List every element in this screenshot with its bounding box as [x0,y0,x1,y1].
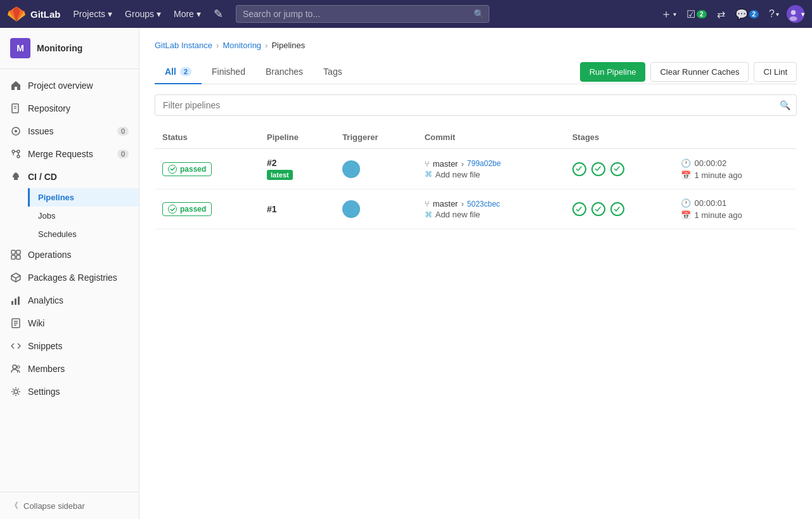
pipeline-cell-1: #2 latest [259,149,335,189]
nav-todos-button[interactable]: ☑ 2 [684,6,709,23]
clock-icon-1: 🕐 [681,158,691,168]
sidebar-item-schedules[interactable]: Schedules [28,225,139,243]
run-pipeline-button[interactable]: Run Pipeline [580,62,646,82]
triggerer-cell-2 [335,189,417,229]
ci-lint-button[interactable]: CI Lint [754,62,797,82]
stage-2-icon-2[interactable] [591,202,605,216]
svg-point-30 [356,168,358,170]
svg-point-28 [350,162,352,165]
collapse-sidebar-button[interactable]: 《 Collapse sidebar [0,492,139,519]
status-label-2: passed [180,205,206,214]
issues-count-badge: 0 [117,127,129,136]
nav-groups[interactable]: Groups ▾ [120,6,166,22]
clear-caches-button[interactable]: Clear Runner Caches [650,62,749,82]
nav-user-avatar[interactable]: ▾ [787,5,804,23]
sidebar-item-wiki[interactable]: Wiki [0,312,139,335]
svg-point-10 [17,150,20,153]
svg-point-29 [354,164,357,167]
nav-search-wrapper: 🔍 [236,5,489,23]
sidebar-item-merge-requests[interactable]: Merge Requests 0 [0,143,139,165]
sidebar-item-settings[interactable]: Settings [0,380,139,403]
nav-issues-button[interactable]: 💬 2 [733,6,762,23]
gitlab-logo[interactable]: GitLab [8,5,61,23]
col-triggerer: Triggerer [335,126,417,149]
nav-projects[interactable]: Projects ▾ [68,6,118,22]
stage-2-icon-1[interactable] [572,202,586,216]
table-body: passed #2 latest .spinner{animation:spin… [155,149,797,229]
nav-merge-requests-button[interactable]: ⇄ [714,6,728,23]
svg-point-43 [344,208,347,210]
pipeline-id-1[interactable]: #2 [267,158,327,168]
commit-hash-1[interactable]: 799a02be [467,159,501,168]
stage-1-icon-2[interactable] [591,162,605,176]
svg-point-44 [345,204,348,207]
sidebar-item-operations[interactable]: Operations [0,243,139,266]
tab-finished[interactable]: Finished [202,60,255,84]
svg-point-26 [14,390,18,394]
status-check-icon-2 [168,205,177,214]
filter-search-icon: 🔍 [780,100,790,110]
nav-help-button[interactable]: ? ▾ [766,6,782,22]
col-commit: Commit [417,126,565,149]
nav-search-icon: 🔍 [474,9,484,19]
sidebar-item-jobs[interactable]: Jobs [28,207,139,225]
pipeline-actions: Run Pipeline Clear Runner Caches CI Lint [580,62,797,82]
filter-pipelines-input[interactable] [155,94,797,116]
gitlab-logo-icon [8,5,25,23]
tab-all-count: 2 [180,67,191,76]
commit-msg-2: ⌘ Add new file [425,210,557,219]
status-cell-2: passed [155,189,259,229]
duration-2: 🕐 00:00:01 📅 1 minute ago [681,198,789,220]
tab-tags[interactable]: Tags [313,60,352,84]
sidebar-item-snippets[interactable]: Snippets [0,335,139,357]
sidebar-item-packages[interactable]: Packages & Registries [0,266,139,289]
table-row: passed #2 latest .spinner{animation:spin… [155,149,797,189]
sidebar-item-members[interactable]: Members [0,357,139,380]
pipeline-id-2[interactable]: #1 [267,204,327,214]
snippet-icon [10,340,22,352]
svg-point-42 [345,212,348,214]
sidebar-item-project-overview[interactable]: Project overview [0,74,139,97]
branch-name-2[interactable]: master [433,199,458,208]
time-ago-1: 1 minute ago [695,170,742,180]
col-pipeline: Pipeline [259,126,335,149]
nav-edit-icon[interactable]: ✎ [211,4,226,23]
svg-rect-17 [11,301,13,305]
sidebar-item-label: Members [28,364,65,374]
status-badge-1: passed [162,162,212,176]
stage-2-icon-3[interactable] [610,202,624,216]
svg-point-24 [13,365,16,369]
commit-hash-2[interactable]: 5023cbec [467,200,500,208]
nav-more[interactable]: More ▾ [169,6,206,22]
sidebar-item-repository[interactable]: Repository [0,97,139,120]
duration-1: 🕐 00:00:02 📅 1 minute ago [681,158,789,180]
commit-icon-1: ⌘ [425,170,432,179]
col-duration [673,126,797,149]
tab-all[interactable]: All 2 [155,60,202,84]
commit-cell-2: ⑂ master › 5023cbec ⌘ Add new file [417,189,565,229]
stage-1-icon-3[interactable] [610,162,624,176]
sidebar-item-issues[interactable]: Issues 0 [0,120,139,143]
duration-ago-1: 📅 1 minute ago [681,170,789,180]
stage-1-icon-1[interactable] [572,162,586,176]
sidebar-item-pipelines[interactable]: Pipelines [28,188,139,207]
box-icon [10,272,22,283]
nav-create-button[interactable]: ＋ ▾ [658,4,679,24]
sidebar-item-analytics[interactable]: Analytics [0,289,139,312]
breadcrumb-sep-2: › [265,41,267,50]
tab-branches[interactable]: Branches [255,60,313,84]
filter-input-wrapper: 🔍 [155,94,797,116]
sidebar-item-cicd[interactable]: CI / CD [0,165,139,188]
arrow-1: › [461,159,463,169]
nav-links: Projects ▾ Groups ▾ More ▾ [68,6,206,22]
branch-name-1[interactable]: master [433,159,458,169]
breadcrumb-pipelines: Pipelines [271,41,305,50]
breadcrumb-instance[interactable]: GitLab Instance [155,41,212,50]
commit-cell-1: ⑂ master › 799a02be ⌘ Add new file [417,149,565,189]
svg-point-33 [345,172,348,174]
sidebar-nav: Project overview Repository Issues 0 Me [0,69,139,492]
pipelines-table: Status Pipeline Triggerer Commit Stages [155,126,797,229]
breadcrumb-monitoring[interactable]: Monitoring [222,41,261,50]
nav-search-input[interactable] [236,5,489,23]
avatar-image [787,5,800,23]
